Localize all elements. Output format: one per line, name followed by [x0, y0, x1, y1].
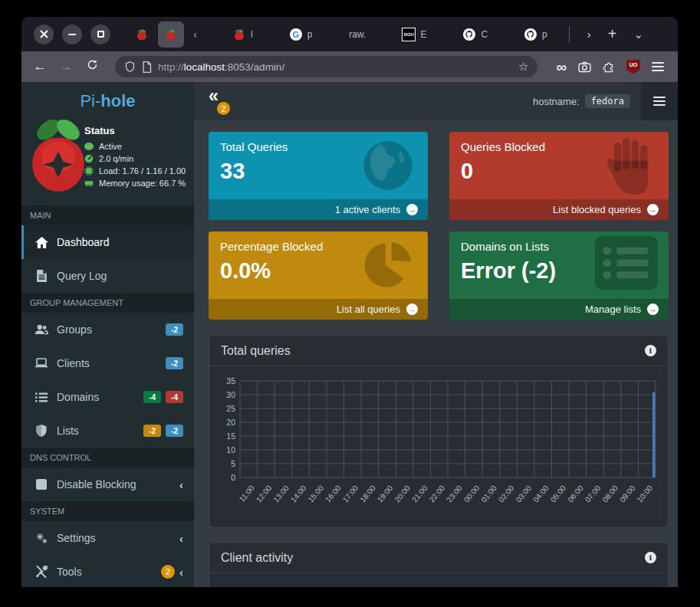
- ublock-origin-icon[interactable]: UO: [626, 60, 640, 74]
- tab-pihole-active[interactable]: [158, 21, 184, 48]
- tools-icon: [35, 566, 48, 578]
- sidebar-item-dashboard[interactable]: Dashboard: [21, 225, 194, 259]
- browser-window: ‹ l G p raw. DOU E C: [21, 17, 678, 587]
- pihole-logo-title[interactable]: Pi-hole: [21, 82, 194, 120]
- domains-badge-denied: -4: [166, 391, 183, 403]
- scroll-tabs-right-icon[interactable]: ›: [580, 28, 598, 41]
- info-icon[interactable]: i: [645, 345, 656, 356]
- tab-google[interactable]: G p: [283, 21, 320, 48]
- sidebar-item-lists[interactable]: Lists -2 -2: [21, 414, 194, 448]
- users-icon: [35, 324, 48, 335]
- back-button[interactable]: ←: [31, 59, 49, 74]
- google-icon: G: [290, 28, 302, 41]
- card-title: Percentage Blocked: [220, 240, 416, 253]
- card-domains-on-lists: Domains on Lists Error (-2) Manage lists…: [449, 231, 669, 320]
- tab-dou[interactable]: DOU E: [396, 21, 433, 48]
- browser-menu-button[interactable]: [652, 62, 664, 71]
- chevron-left-icon: ‹: [179, 532, 183, 545]
- pihole-icon: [136, 28, 148, 41]
- sidebar-item-clients[interactable]: Clients -2: [21, 346, 194, 380]
- sidebar-item-groups[interactable]: Groups -2: [21, 313, 194, 346]
- url-bar[interactable]: http://localhost:8053/admin/ ☆: [115, 56, 537, 77]
- svg-text:06:00: 06:00: [566, 484, 585, 504]
- sidebar-item-settings[interactable]: Settings ‹: [21, 521, 194, 555]
- card-queries-blocked: Queries Blocked 0 List blocked queries →: [449, 132, 669, 220]
- svg-text:17:00: 17:00: [341, 484, 360, 504]
- section-dns-control: DNS CONTROL: [21, 448, 194, 468]
- minimize-button[interactable]: [62, 25, 82, 44]
- new-tab-button[interactable]: +: [601, 25, 624, 43]
- scroll-tabs-left-icon[interactable]: ‹: [186, 28, 205, 41]
- github-icon: [463, 28, 475, 41]
- tab-bar: ‹ l G p raw. DOU E C: [21, 17, 678, 51]
- section-system: SYSTEM: [21, 501, 194, 521]
- svg-text:30: 30: [226, 390, 235, 399]
- card-percentage-blocked: Percentage Blocked 0.0% List all queries…: [209, 231, 428, 320]
- shield-permissions-icon[interactable]: [124, 61, 136, 73]
- brand-prefix: Pi-: [80, 91, 100, 111]
- minimize-icon: [68, 34, 76, 35]
- svg-text:09:00: 09:00: [618, 484, 637, 504]
- card-footer-link[interactable]: List blocked queries →: [449, 199, 669, 220]
- dashboard-body: Total Queries 33 1 active clients →: [194, 120, 678, 587]
- svg-text:11:00: 11:00: [238, 484, 256, 504]
- card-title: Total Queries: [220, 140, 416, 153]
- info-icon[interactable]: i: [645, 552, 656, 563]
- svg-text:20: 20: [226, 418, 235, 427]
- clients-badge: -2: [166, 357, 183, 369]
- tab-pihole-2[interactable]: l: [226, 21, 260, 48]
- tab-label: l: [251, 29, 253, 40]
- pihole-icon: [165, 28, 177, 41]
- card-title: Queries Blocked: [461, 140, 657, 153]
- tab-strip: ‹ l G p raw. DOU E C: [127, 17, 678, 51]
- reload-icon: [87, 59, 98, 71]
- reload-button[interactable]: [83, 59, 101, 74]
- maximize-button[interactable]: [90, 25, 110, 44]
- brand-suffix: hole: [100, 91, 135, 111]
- list-all-tabs-icon[interactable]: ⌄: [626, 28, 650, 41]
- groups-badge: -2: [166, 323, 183, 336]
- domains-badge-allowed: -4: [143, 391, 161, 403]
- tab-label: raw.: [349, 29, 366, 40]
- tab-github-2[interactable]: p: [518, 21, 554, 48]
- card-footer-label: List blocked queries: [553, 204, 641, 215]
- extensions-puzzle-icon[interactable]: [603, 61, 615, 73]
- card-footer-link[interactable]: List all queries →: [209, 299, 428, 320]
- tab-github-1[interactable]: C: [456, 21, 495, 48]
- sidebar-item-disable-blocking[interactable]: Disable Blocking ‹: [21, 468, 194, 501]
- sidebar-item-label: Groups: [57, 323, 92, 336]
- tools-badge: 2: [161, 565, 175, 579]
- sidebar-collapse-button[interactable]: «: [209, 86, 219, 107]
- sidebar-item-label: Lists: [57, 425, 79, 437]
- control-sidebar-toggle[interactable]: [641, 82, 678, 120]
- sidebar-item-query-log[interactable]: Query Log: [21, 259, 194, 293]
- svg-text:01:00: 01:00: [479, 484, 498, 504]
- screenshot-camera-icon[interactable]: [578, 61, 591, 73]
- svg-text:04:00: 04:00: [531, 484, 550, 504]
- status-memory: Memory usage: 66.7 %: [84, 179, 194, 188]
- card-footer-link[interactable]: Manage lists →: [449, 299, 669, 320]
- page-info-icon[interactable]: [142, 61, 152, 73]
- tab-pihole-1[interactable]: [129, 21, 155, 48]
- lists-badge-1: -2: [143, 425, 161, 437]
- sidebar-item-label: Clients: [57, 357, 90, 369]
- tab-raw[interactable]: raw.: [342, 21, 373, 48]
- card-total-queries: Total Queries 33 1 active clients →: [209, 132, 428, 220]
- svg-text:23:00: 23:00: [445, 484, 464, 504]
- bookmark-star-icon[interactable]: ☆: [518, 60, 528, 74]
- sidebar-item-domains[interactable]: Domains -4 -4: [21, 380, 194, 414]
- card-footer-link[interactable]: 1 active clients →: [209, 199, 428, 220]
- svg-text:19:00: 19:00: [376, 484, 395, 504]
- svg-text:07:00: 07:00: [583, 484, 603, 504]
- navigation-toolbar: ← → http://localhost:8053/admin/ ☆ ∞ UO: [21, 51, 678, 82]
- section-main: MAIN: [21, 205, 194, 225]
- pihole-icon: [233, 28, 245, 41]
- close-button[interactable]: [34, 25, 54, 44]
- mask-icon[interactable]: ∞: [556, 60, 567, 74]
- sidebar-item-label: Domains: [57, 391, 99, 403]
- pihole-raspberry-logo: [28, 116, 88, 199]
- forward-button[interactable]: →: [57, 59, 75, 74]
- sidebar-item-tools[interactable]: Tools 2 ‹: [21, 555, 194, 587]
- svg-text:21:00: 21:00: [410, 484, 429, 504]
- svg-text:16:00: 16:00: [324, 484, 343, 504]
